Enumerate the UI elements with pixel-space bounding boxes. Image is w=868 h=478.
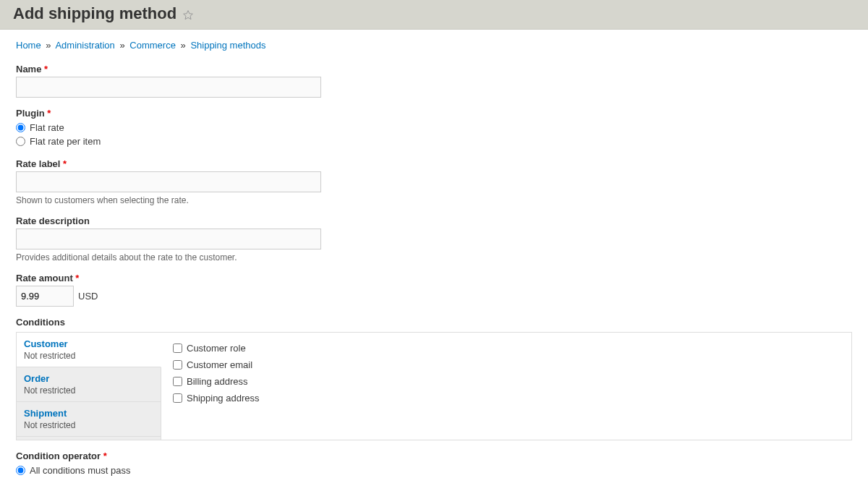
radio-label: All conditions must pass: [30, 465, 130, 476]
radio-flat-rate-per-item[interactable]: [16, 137, 25, 146]
radio-label: Flat rate: [30, 122, 64, 133]
tab-subtitle: Not restricted: [24, 385, 153, 396]
label-rate-amount: Rate amount *: [16, 273, 852, 283]
radio-all-conditions[interactable]: [16, 466, 25, 475]
breadcrumb-separator: »: [181, 40, 186, 51]
check-billing-address[interactable]: [173, 377, 182, 386]
field-rate-amount: Rate amount * USD: [16, 273, 852, 307]
tab-shipment[interactable]: Shipment Not restricted: [17, 402, 161, 437]
input-rate-description[interactable]: [16, 229, 321, 249]
vertical-tabs: Customer Not restricted Order Not restri…: [17, 333, 161, 440]
star-outline-icon[interactable]: [182, 9, 194, 21]
label-condition-operator: Condition operator *: [16, 451, 852, 461]
tab-title: Shipment: [24, 408, 153, 419]
check-label: Customer email: [187, 359, 252, 370]
breadcrumb-shipping-methods[interactable]: Shipping methods: [190, 40, 265, 51]
tab-subtitle: Not restricted: [24, 420, 153, 430]
required-marker: *: [63, 158, 67, 169]
tab-subtitle: Not restricted: [24, 351, 153, 361]
label-rate-description: Rate description: [16, 215, 852, 226]
check-shipping-address[interactable]: [173, 393, 182, 403]
required-marker: *: [75, 273, 79, 283]
label-name: Name *: [16, 64, 852, 74]
page-title: Add shipping method: [13, 4, 176, 23]
check-customer-email[interactable]: [173, 360, 182, 370]
check-customer-role[interactable]: [173, 343, 182, 353]
form-content: Name * Plugin * Flat rate Flat rate per …: [0, 64, 868, 478]
breadcrumb: Home » Administration » Commerce » Shipp…: [0, 30, 868, 56]
field-name: Name *: [16, 64, 852, 98]
label-conditions: Conditions: [16, 317, 852, 328]
input-name[interactable]: [16, 77, 321, 98]
check-label: Billing address: [187, 376, 248, 387]
radio-label: Flat rate per item: [30, 136, 101, 147]
tab-panel-customer: Customer role Customer email Billing add…: [161, 333, 851, 440]
breadcrumb-commerce[interactable]: Commerce: [129, 40, 176, 51]
input-rate-label[interactable]: [16, 171, 321, 192]
required-marker: *: [44, 64, 48, 74]
check-label: Customer role: [187, 343, 246, 354]
label-plugin: Plugin *: [16, 108, 852, 119]
currency-label: USD: [78, 291, 98, 302]
field-plugin: Plugin * Flat rate Flat rate per item: [16, 108, 852, 148]
input-rate-amount[interactable]: [16, 286, 74, 307]
description-rate-description: Provides additional details about the ra…: [16, 252, 852, 263]
check-label: Shipping address: [187, 393, 259, 404]
field-condition-operator: Condition operator * All conditions must…: [16, 451, 852, 478]
description-rate-label: Shown to customers when selecting the ra…: [16, 195, 852, 205]
tab-order[interactable]: Order Not restricted: [17, 367, 161, 402]
required-marker: *: [47, 108, 51, 119]
required-marker: *: [103, 451, 107, 461]
breadcrumb-administration[interactable]: Administration: [55, 40, 114, 51]
radio-flat-rate[interactable]: [16, 123, 25, 132]
page-header: Add shipping method: [0, 0, 868, 30]
breadcrumb-home[interactable]: Home: [16, 40, 41, 51]
tab-title: Customer: [24, 338, 153, 349]
conditions-box: Customer Not restricted Order Not restri…: [16, 332, 852, 440]
breadcrumb-separator: »: [46, 40, 51, 51]
field-conditions: Conditions Customer Not restricted Order…: [16, 317, 852, 440]
tab-customer[interactable]: Customer Not restricted: [17, 333, 161, 367]
tab-title: Order: [24, 373, 153, 384]
label-rate-label: Rate label *: [16, 158, 852, 169]
breadcrumb-separator: »: [119, 40, 124, 51]
field-rate-description: Rate description Provides additional det…: [16, 215, 852, 263]
field-rate-label: Rate label * Shown to customers when sel…: [16, 158, 852, 205]
